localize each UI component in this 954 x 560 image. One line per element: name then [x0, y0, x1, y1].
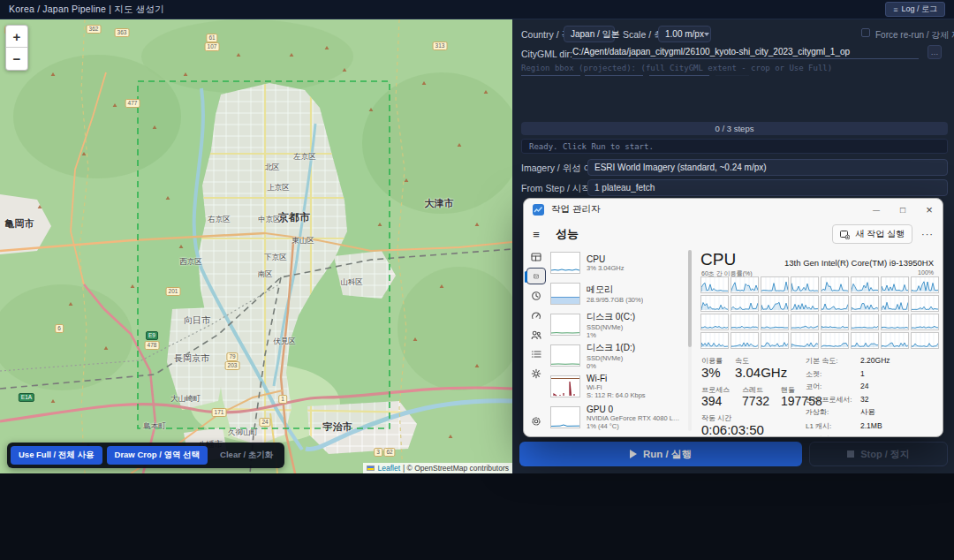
progress-bar: 0 / 3 steps — [521, 122, 948, 135]
road-shield: 24 — [259, 418, 270, 427]
use-full-button[interactable]: Use Full / 전체 사용 — [11, 446, 102, 465]
cpu-core-cell — [791, 295, 819, 312]
map-place-label: 中京区 — [258, 215, 281, 225]
zoom-out-button[interactable]: − — [6, 48, 27, 70]
map-place-label: 島本町 — [143, 421, 166, 432]
services-icon[interactable] — [526, 365, 546, 382]
cpu-right-stat-row: L2 캐시:32.0MB — [806, 435, 938, 437]
performance-icon[interactable] — [526, 268, 546, 284]
scale-select[interactable]: 1.00 m/px — [658, 26, 711, 42]
map-place-label: 山科区 — [340, 277, 363, 288]
list-item-gpu[interactable]: GPU 0NVIDIA GeForce RTX 4080 Laptop GPU1… — [550, 403, 685, 432]
cpu-core-cell — [881, 276, 909, 293]
uptime-value: 0:06:03:50 — [701, 422, 764, 437]
fromstep-select[interactable]: 1 plateau_fetch — [587, 179, 948, 196]
close-button[interactable]: × — [916, 199, 943, 220]
map-labels-overlay: 京都市亀岡市大津市向日市長岡京市大山崎町島本町八幡市久御山町宇治市左京区北区上京… — [0, 19, 512, 473]
zoom-in-button[interactable]: + — [6, 26, 27, 48]
more-options-button[interactable]: ··· — [912, 229, 943, 239]
cpu-core-cell — [821, 276, 849, 293]
scale-value: 1.00 m/px — [665, 29, 704, 39]
bbox-input-4[interactable] — [716, 64, 749, 76]
draw-crop-button[interactable]: Draw Crop / 영역 선택 — [107, 446, 208, 465]
status-log-text: Ready. Click Run to start. — [529, 142, 654, 151]
top-bar: Korea / Japan Pipeline | 지도 생성기 ≡ Log / … — [0, 0, 954, 19]
map-place-label: 左京区 — [293, 152, 316, 163]
list-scrollbar[interactable] — [688, 250, 692, 431]
road-shield: 477 — [125, 99, 140, 108]
road-shield: 313 — [433, 42, 448, 50]
cpu-core-cell — [700, 332, 729, 349]
cpu-core-cell — [761, 332, 789, 349]
util-value: 3% — [701, 365, 721, 380]
leaflet-link[interactable]: Leaflet — [377, 464, 400, 473]
users-icon[interactable] — [526, 326, 546, 343]
cpu-core-cell — [791, 314, 819, 330]
maximize-button[interactable]: □ — [890, 199, 916, 220]
list-item-disk0[interactable]: 디스크 0(C:)SSD(NVMe)1% — [550, 310, 685, 339]
task-manager-window[interactable]: 작업 관리자 — □ × ≡ 성능 새 작업 실행 ··· — [523, 198, 943, 437]
cpu-core-cell — [761, 295, 789, 312]
list-item-cpu[interactable]: CPU3% 3.04GHz — [550, 248, 685, 277]
force-rerun-checkbox[interactable] — [861, 28, 870, 37]
map-place-label: 右京区 — [208, 215, 231, 225]
processes-icon[interactable] — [526, 248, 546, 265]
window-title: 작업 관리자 — [551, 203, 600, 216]
run-button[interactable]: Run / 실행 — [519, 442, 802, 466]
bbox-input-1[interactable] — [521, 64, 580, 76]
clear-button[interactable]: Clear / 초기화 — [212, 446, 281, 465]
bbox-input-2[interactable] — [585, 64, 643, 76]
cpu-core-cell — [791, 276, 819, 293]
task-manager-titlebar[interactable]: 작업 관리자 — □ × — [524, 199, 943, 220]
run-new-task-button[interactable]: 새 작업 실행 — [832, 224, 912, 244]
performance-device-list: CPU3% 3.04GHz 메모리28.9/95.7GB (30%) 디스크 0… — [549, 248, 688, 436]
cpu-stats: 이용률 속도 3% 3.04GHz 프로세스 스레드 핸들 394 7732 1… — [701, 356, 937, 436]
disk0-sparkline — [550, 314, 580, 336]
details-icon[interactable] — [526, 345, 546, 362]
settings-icon[interactable] — [526, 412, 546, 429]
app-history-icon[interactable] — [526, 287, 546, 304]
map-panel[interactable]: 京都市亀岡市大津市向日市長岡京市大山崎町島本町八幡市久御山町宇治市左京区北区上京… — [0, 19, 512, 473]
cpu-core-cell — [881, 295, 909, 312]
cpu-graph-max: 100% — [918, 269, 934, 276]
menu-icon: ≡ — [893, 5, 897, 14]
browse-button[interactable]: … — [928, 45, 942, 59]
citygml-label: CityGML dir: — [521, 49, 572, 59]
startup-apps-icon[interactable] — [526, 306, 546, 323]
list-item-wifi[interactable]: Wi-FiWi-FiS: 112 R: 64.0 Kbps — [550, 372, 685, 401]
list-item-memory[interactable]: 메모리28.9/95.7GB (30%) — [550, 279, 685, 308]
hamburger-menu-icon[interactable]: ≡ — [524, 228, 549, 241]
map-attribution: Leaflet | © OpenStreetMap contributors — [363, 463, 512, 473]
cpu-core-cell — [821, 295, 849, 312]
log-button[interactable]: ≡ Log / 로그 — [885, 2, 945, 17]
gpu-sparkline — [550, 406, 580, 428]
fromstep-value: 1 plateau_fetch — [594, 183, 655, 193]
cpu-core-cell — [700, 276, 729, 293]
country-select[interactable]: Japan / 일본 — [564, 26, 615, 42]
list-item-disk1[interactable]: 디스크 1(D:)SSD(NVMe)0% — [550, 341, 685, 370]
cpu-right-stat-row: 가상화:사용 — [806, 407, 938, 418]
cpu-core-cell — [911, 295, 939, 312]
map-place-label: 大津市 — [425, 197, 454, 210]
processes-value: 394 — [701, 394, 722, 408]
stop-button[interactable]: Stop / 정지 — [809, 442, 948, 466]
road-shield: 478 — [145, 341, 160, 350]
map-place-label: 京都市 — [278, 210, 310, 225]
app-title: Korea / Japan Pipeline | 지도 생성기 — [9, 4, 164, 16]
cpu-chip-name: 13th Gen Intel(R) Core(TM) i9-13950HX — [784, 258, 934, 268]
imagery-select[interactable]: ESRI World Imagery (standard, ~0.24 m/px… — [587, 159, 948, 176]
road-shield: 363 — [115, 28, 130, 37]
map-place-label: 大山崎町 — [170, 394, 201, 405]
map-place-label: 下京区 — [264, 253, 287, 263]
citygml-dir-input[interactable]: C:/Agent/data/japan_citygml/26100_kyoto-… — [572, 47, 919, 59]
minimize-button[interactable]: — — [863, 199, 890, 220]
cpu-core-cell — [700, 295, 729, 312]
cpu-core-cell — [731, 314, 759, 330]
cpu-right-stat-row: 코어:24 — [806, 382, 938, 391]
map-place-label: 東山区 — [292, 236, 314, 246]
cpu-right-stat-row: 논리 프로세서:32 — [806, 395, 938, 405]
bbox-input-3[interactable] — [649, 64, 709, 76]
stop-icon — [847, 450, 854, 458]
cpu-core-cell — [911, 314, 939, 330]
road-shield: 171 — [212, 408, 227, 417]
